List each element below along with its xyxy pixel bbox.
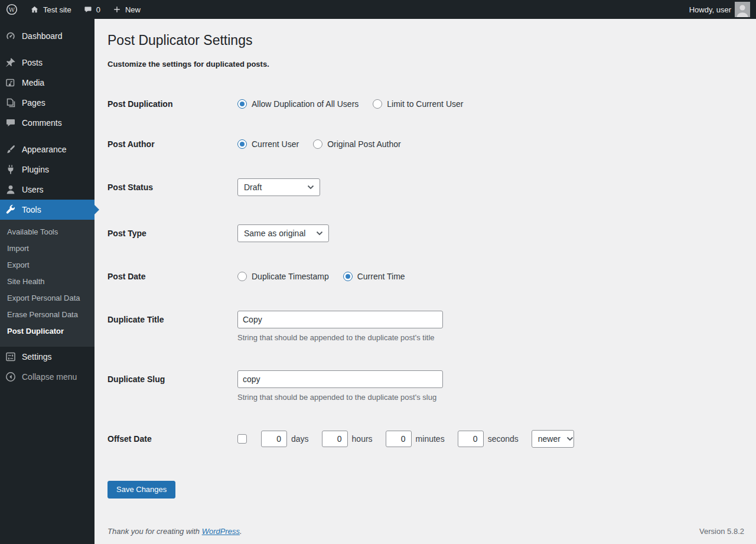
home-icon xyxy=(30,5,40,15)
save-changes-button[interactable]: Save Changes xyxy=(107,481,175,499)
duplicate-slug-help: String that should be appended to the du… xyxy=(237,393,436,402)
wordpress-logo-menu[interactable]: W xyxy=(0,0,24,19)
current-time-text: Current Time xyxy=(357,271,405,282)
page-footer: Thank you for creating with WordPress. V… xyxy=(107,513,744,544)
admin-bar: W Test site 0 xyxy=(0,0,756,19)
duplicate-slug-input[interactable] xyxy=(237,370,443,388)
sidebar-label-dashboard: Dashboard xyxy=(22,30,63,42)
sidebar-label-users: Users xyxy=(22,184,44,196)
wordpress-logo-icon: W xyxy=(6,4,18,15)
pages-icon xyxy=(5,97,17,109)
submenu-item-available-tools[interactable]: Available Tools xyxy=(0,224,94,240)
post-duplication-label: Post Duplication xyxy=(107,98,237,110)
sidebar-label-comments: Comments xyxy=(22,117,62,129)
allow-duplication-all-users-text: Allow Duplication of All Users xyxy=(252,98,359,110)
sidebar-item-pages[interactable]: Pages xyxy=(0,93,94,113)
sidebar-label-media: Media xyxy=(22,77,44,89)
users-icon xyxy=(5,184,17,196)
limit-to-current-user-option[interactable]: Limit to Current User xyxy=(373,98,463,110)
row-duplicate-slug: Duplicate Slug String that should be app… xyxy=(107,356,744,416)
offset-seconds-input[interactable] xyxy=(458,431,484,447)
submenu-item-import[interactable]: Import xyxy=(0,240,94,257)
row-post-date: Post Date Duplicate Timestamp Current Ti… xyxy=(107,256,744,297)
submenu-item-export-personal-data[interactable]: Export Personal Data xyxy=(0,290,94,307)
page-title: Post Duplicator Settings xyxy=(107,31,744,49)
offset-date-checkbox[interactable] xyxy=(237,434,247,444)
site-name-link[interactable]: Test site xyxy=(24,0,77,19)
comments-icon xyxy=(5,117,17,129)
settings-icon xyxy=(5,351,17,363)
collapse-menu-icon xyxy=(5,371,17,383)
sidebar-item-dashboard[interactable]: Dashboard xyxy=(0,26,94,46)
sidebar-label-settings: Settings xyxy=(22,351,52,363)
sidebar-label-pages: Pages xyxy=(22,97,45,109)
admin-bar-right: Howdy, user xyxy=(683,0,756,19)
offset-minutes-input[interactable] xyxy=(386,431,412,447)
sidebar-item-comments[interactable]: Comments xyxy=(0,113,94,133)
new-content-menu[interactable]: New xyxy=(106,0,146,19)
footer-version: Version 5.8.2 xyxy=(699,527,744,536)
current-user-option[interactable]: Current User xyxy=(237,138,299,150)
sidebar-item-settings[interactable]: Settings xyxy=(0,347,94,367)
collapse-menu-label: Collapse menu xyxy=(22,371,77,383)
appearance-brush-icon xyxy=(5,144,17,155)
admin-bar-left: W Test site 0 xyxy=(0,0,146,19)
svg-text:W: W xyxy=(9,6,15,13)
avatar xyxy=(735,2,750,17)
submenu-item-site-health[interactable]: Site Health xyxy=(0,273,94,290)
duplicate-title-input[interactable] xyxy=(237,311,443,328)
post-author-label: Post Author xyxy=(107,138,237,150)
sidebar-label-appearance: Appearance xyxy=(22,144,67,155)
my-account-menu[interactable]: Howdy, user xyxy=(683,0,756,19)
seconds-unit-label: seconds xyxy=(488,434,519,444)
sidebar-item-appearance[interactable]: Appearance xyxy=(0,139,94,159)
plugins-icon xyxy=(5,164,17,175)
duplicate-timestamp-option[interactable]: Duplicate Timestamp xyxy=(237,271,329,282)
radio-circle xyxy=(237,272,247,281)
admin-sidebar: Dashboard Posts Media xyxy=(0,19,94,544)
sidebar-item-tools[interactable]: Tools xyxy=(0,200,94,220)
wordpress-link[interactable]: WordPress xyxy=(202,527,240,536)
duplicate-slug-label: Duplicate Slug xyxy=(107,370,237,385)
footer-thanks-suffix: . xyxy=(240,527,242,536)
tools-submenu: Available Tools Import Export Site Healt… xyxy=(0,220,94,347)
active-menu-arrow xyxy=(94,205,99,214)
chevron-down-icon xyxy=(316,231,323,236)
row-post-status: Post Status Draft xyxy=(107,164,744,210)
sidebar-label-posts: Posts xyxy=(22,57,43,69)
comments-shortcut[interactable]: 0 xyxy=(77,0,106,19)
row-post-duplication: Post Duplication Allow Duplication of Al… xyxy=(107,84,744,124)
post-type-value: Same as original xyxy=(244,229,305,238)
main-content: Post Duplicator Settings Customize the s… xyxy=(94,19,756,544)
submenu-item-post-duplicator[interactable]: Post Duplicator xyxy=(0,323,94,340)
offset-days-input[interactable] xyxy=(261,431,287,447)
current-user-text: Current User xyxy=(252,138,299,150)
submenu-item-export[interactable]: Export xyxy=(0,257,94,273)
chevron-down-icon xyxy=(307,185,314,190)
sidebar-item-users[interactable]: Users xyxy=(0,180,94,200)
post-status-select[interactable]: Draft xyxy=(237,178,320,196)
collapse-menu-button[interactable]: Collapse menu xyxy=(0,367,94,387)
page-subtitle: Customize the settings for duplicated po… xyxy=(107,60,744,69)
radio-circle xyxy=(373,99,382,109)
new-label: New xyxy=(125,5,141,14)
sidebar-item-posts[interactable]: Posts xyxy=(0,53,94,73)
sidebar-item-plugins[interactable]: Plugins xyxy=(0,159,94,180)
offset-direction-select[interactable]: newer xyxy=(532,430,574,448)
posts-pin-icon xyxy=(5,57,17,69)
row-post-type: Post Type Same as original xyxy=(107,210,744,256)
minutes-unit-label: minutes xyxy=(416,434,445,444)
row-duplicate-title: Duplicate Title String that should be ap… xyxy=(107,297,744,356)
submenu-item-erase-personal-data[interactable]: Erase Personal Data xyxy=(0,307,94,323)
post-type-label: Post Type xyxy=(107,224,237,239)
original-post-author-option[interactable]: Original Post Author xyxy=(313,138,401,150)
dashboard-icon xyxy=(5,30,17,42)
offset-hours-input[interactable] xyxy=(322,431,348,447)
post-type-select[interactable]: Same as original xyxy=(237,224,329,242)
duplicate-timestamp-text: Duplicate Timestamp xyxy=(252,271,329,282)
radio-circle-checked xyxy=(237,99,247,109)
current-time-option[interactable]: Current Time xyxy=(343,271,405,282)
sidebar-item-media[interactable]: Media xyxy=(0,73,94,93)
media-icon xyxy=(5,77,17,89)
allow-duplication-all-users-option[interactable]: Allow Duplication of All Users xyxy=(237,98,359,110)
